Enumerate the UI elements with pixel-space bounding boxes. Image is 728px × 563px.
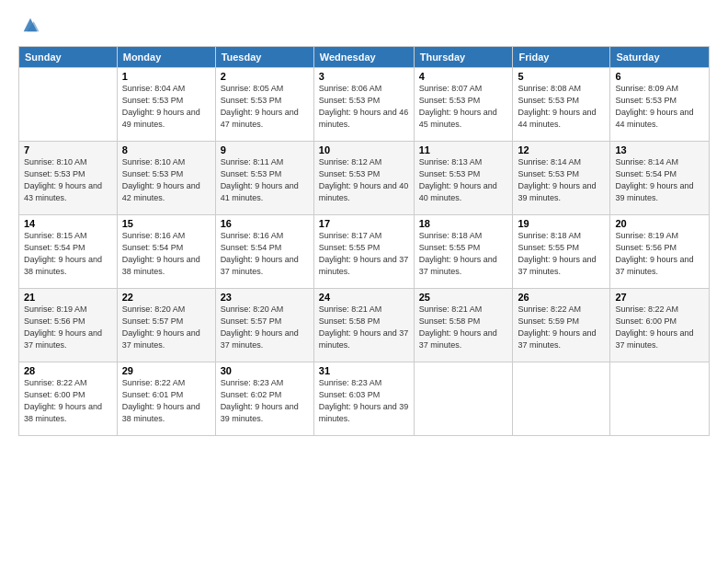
day-number: 27: [615, 292, 704, 303]
day-info: Sunrise: 8:05 AM Sunset: 5:53 PM Dayligh…: [221, 83, 309, 131]
day-number: 23: [221, 292, 309, 303]
day-info: Sunrise: 8:22 AM Sunset: 6:01 PM Dayligh…: [122, 377, 210, 425]
calendar-cell: 18Sunrise: 8:18 AM Sunset: 5:55 PM Dayli…: [414, 215, 513, 289]
day-number: 16: [221, 218, 309, 229]
weekday-header-friday: Friday: [513, 47, 610, 68]
calendar-week-row: 1Sunrise: 8:04 AM Sunset: 5:53 PM Daylig…: [19, 68, 710, 142]
calendar-cell: 20Sunrise: 8:19 AM Sunset: 5:56 PM Dayli…: [610, 215, 710, 289]
calendar-cell: 15Sunrise: 8:16 AM Sunset: 5:54 PM Dayli…: [117, 215, 215, 289]
calendar-cell: 14Sunrise: 8:15 AM Sunset: 5:54 PM Dayli…: [19, 215, 118, 289]
day-info: Sunrise: 8:12 AM Sunset: 5:53 PM Dayligh…: [319, 156, 409, 204]
calendar-cell: 19Sunrise: 8:18 AM Sunset: 5:55 PM Dayli…: [513, 215, 610, 289]
day-number: 26: [518, 292, 605, 303]
weekday-header-thursday: Thursday: [414, 47, 513, 68]
weekday-header-wednesday: Wednesday: [313, 47, 414, 68]
day-number: 4: [419, 71, 508, 82]
calendar-week-row: 28Sunrise: 8:22 AM Sunset: 6:00 PM Dayli…: [19, 362, 710, 436]
day-info: Sunrise: 8:20 AM Sunset: 5:57 PM Dayligh…: [122, 304, 210, 351]
calendar-cell: 9Sunrise: 8:11 AM Sunset: 5:53 PM Daylig…: [215, 142, 313, 215]
day-info: Sunrise: 8:08 AM Sunset: 5:53 PM Dayligh…: [518, 83, 605, 131]
header: [18, 15, 710, 39]
calendar-cell: [19, 68, 118, 142]
calendar-cell: 29Sunrise: 8:22 AM Sunset: 6:01 PM Dayli…: [117, 362, 215, 436]
day-info: Sunrise: 8:21 AM Sunset: 5:58 PM Dayligh…: [319, 304, 409, 351]
day-info: Sunrise: 8:14 AM Sunset: 5:53 PM Dayligh…: [518, 156, 605, 204]
weekday-header-sunday: Sunday: [19, 47, 118, 68]
calendar-cell: 17Sunrise: 8:17 AM Sunset: 5:55 PM Dayli…: [313, 215, 414, 289]
calendar-cell: [414, 362, 513, 436]
day-number: 25: [419, 292, 508, 303]
calendar-cell: 28Sunrise: 8:22 AM Sunset: 6:00 PM Dayli…: [19, 362, 118, 436]
day-info: Sunrise: 8:14 AM Sunset: 5:54 PM Dayligh…: [615, 156, 704, 204]
day-number: 29: [122, 365, 210, 376]
day-info: Sunrise: 8:17 AM Sunset: 5:55 PM Dayligh…: [319, 230, 409, 278]
day-info: Sunrise: 8:23 AM Sunset: 6:02 PM Dayligh…: [221, 377, 309, 425]
day-info: Sunrise: 8:16 AM Sunset: 5:54 PM Dayligh…: [221, 230, 309, 278]
calendar-cell: 24Sunrise: 8:21 AM Sunset: 5:58 PM Dayli…: [313, 289, 414, 362]
calendar-cell: 23Sunrise: 8:20 AM Sunset: 5:57 PM Dayli…: [215, 289, 313, 362]
day-info: Sunrise: 8:22 AM Sunset: 6:00 PM Dayligh…: [615, 304, 704, 351]
day-info: Sunrise: 8:23 AM Sunset: 6:03 PM Dayligh…: [319, 377, 409, 425]
weekday-header-monday: Monday: [117, 47, 215, 68]
day-number: 6: [615, 71, 704, 82]
calendar-cell: 1Sunrise: 8:04 AM Sunset: 5:53 PM Daylig…: [117, 68, 215, 142]
day-info: Sunrise: 8:09 AM Sunset: 5:53 PM Dayligh…: [615, 83, 704, 131]
calendar-week-row: 21Sunrise: 8:19 AM Sunset: 5:56 PM Dayli…: [19, 289, 710, 362]
calendar-cell: 12Sunrise: 8:14 AM Sunset: 5:53 PM Dayli…: [513, 142, 610, 215]
day-number: 12: [518, 144, 605, 155]
calendar-cell: 25Sunrise: 8:21 AM Sunset: 5:58 PM Dayli…: [414, 289, 513, 362]
calendar-cell: 13Sunrise: 8:14 AM Sunset: 5:54 PM Dayli…: [610, 142, 710, 215]
day-info: Sunrise: 8:18 AM Sunset: 5:55 PM Dayligh…: [419, 230, 508, 278]
calendar-cell: 16Sunrise: 8:16 AM Sunset: 5:54 PM Dayli…: [215, 215, 313, 289]
calendar-cell: 11Sunrise: 8:13 AM Sunset: 5:53 PM Dayli…: [414, 142, 513, 215]
day-number: 13: [615, 144, 704, 155]
day-info: Sunrise: 8:13 AM Sunset: 5:53 PM Dayligh…: [419, 156, 508, 204]
day-info: Sunrise: 8:15 AM Sunset: 5:54 PM Dayligh…: [24, 230, 112, 278]
calendar-week-row: 14Sunrise: 8:15 AM Sunset: 5:54 PM Dayli…: [19, 215, 710, 289]
day-number: 11: [419, 144, 508, 155]
day-number: 5: [518, 71, 605, 82]
calendar-cell: 8Sunrise: 8:10 AM Sunset: 5:53 PM Daylig…: [117, 142, 215, 215]
calendar-cell: 3Sunrise: 8:06 AM Sunset: 5:53 PM Daylig…: [313, 68, 414, 142]
calendar-cell: [513, 362, 610, 436]
day-info: Sunrise: 8:10 AM Sunset: 5:53 PM Dayligh…: [24, 156, 112, 204]
calendar-cell: 26Sunrise: 8:22 AM Sunset: 5:59 PM Dayli…: [513, 289, 610, 362]
calendar-cell: 30Sunrise: 8:23 AM Sunset: 6:02 PM Dayli…: [215, 362, 313, 436]
day-info: Sunrise: 8:07 AM Sunset: 5:53 PM Dayligh…: [419, 83, 508, 131]
day-info: Sunrise: 8:10 AM Sunset: 5:53 PM Dayligh…: [122, 156, 210, 204]
day-info: Sunrise: 8:19 AM Sunset: 5:56 PM Dayligh…: [615, 230, 704, 278]
day-info: Sunrise: 8:18 AM Sunset: 5:55 PM Dayligh…: [518, 230, 605, 278]
day-number: 7: [24, 144, 112, 155]
logo: [18, 15, 40, 39]
day-number: 31: [319, 365, 409, 376]
calendar-cell: 27Sunrise: 8:22 AM Sunset: 6:00 PM Dayli…: [610, 289, 710, 362]
calendar-cell: 2Sunrise: 8:05 AM Sunset: 5:53 PM Daylig…: [215, 68, 313, 142]
calendar-week-row: 7Sunrise: 8:10 AM Sunset: 5:53 PM Daylig…: [19, 142, 710, 215]
day-info: Sunrise: 8:19 AM Sunset: 5:56 PM Dayligh…: [24, 304, 112, 351]
weekday-header-row: SundayMondayTuesdayWednesdayThursdayFrid…: [19, 47, 710, 68]
day-number: 19: [518, 218, 605, 229]
day-number: 22: [122, 292, 210, 303]
calendar-cell: 10Sunrise: 8:12 AM Sunset: 5:53 PM Dayli…: [313, 142, 414, 215]
calendar-table: SundayMondayTuesdayWednesdayThursdayFrid…: [18, 46, 710, 436]
calendar-cell: [610, 362, 710, 436]
calendar-cell: 22Sunrise: 8:20 AM Sunset: 5:57 PM Dayli…: [117, 289, 215, 362]
day-number: 14: [24, 218, 112, 229]
day-info: Sunrise: 8:21 AM Sunset: 5:58 PM Dayligh…: [419, 304, 508, 351]
day-number: 21: [24, 292, 112, 303]
page: SundayMondayTuesdayWednesdayThursdayFrid…: [0, 0, 728, 563]
day-number: 1: [122, 71, 210, 82]
day-number: 3: [319, 71, 409, 82]
day-number: 9: [221, 144, 309, 155]
day-info: Sunrise: 8:20 AM Sunset: 5:57 PM Dayligh…: [221, 304, 309, 351]
day-info: Sunrise: 8:22 AM Sunset: 5:59 PM Dayligh…: [518, 304, 605, 351]
day-number: 15: [122, 218, 210, 229]
calendar-cell: 21Sunrise: 8:19 AM Sunset: 5:56 PM Dayli…: [19, 289, 118, 362]
day-number: 18: [419, 218, 508, 229]
day-info: Sunrise: 8:06 AM Sunset: 5:53 PM Dayligh…: [319, 83, 409, 131]
calendar-cell: 31Sunrise: 8:23 AM Sunset: 6:03 PM Dayli…: [313, 362, 414, 436]
day-number: 20: [615, 218, 704, 229]
day-info: Sunrise: 8:16 AM Sunset: 5:54 PM Dayligh…: [122, 230, 210, 278]
day-number: 28: [24, 365, 112, 376]
day-info: Sunrise: 8:22 AM Sunset: 6:00 PM Dayligh…: [24, 377, 112, 425]
